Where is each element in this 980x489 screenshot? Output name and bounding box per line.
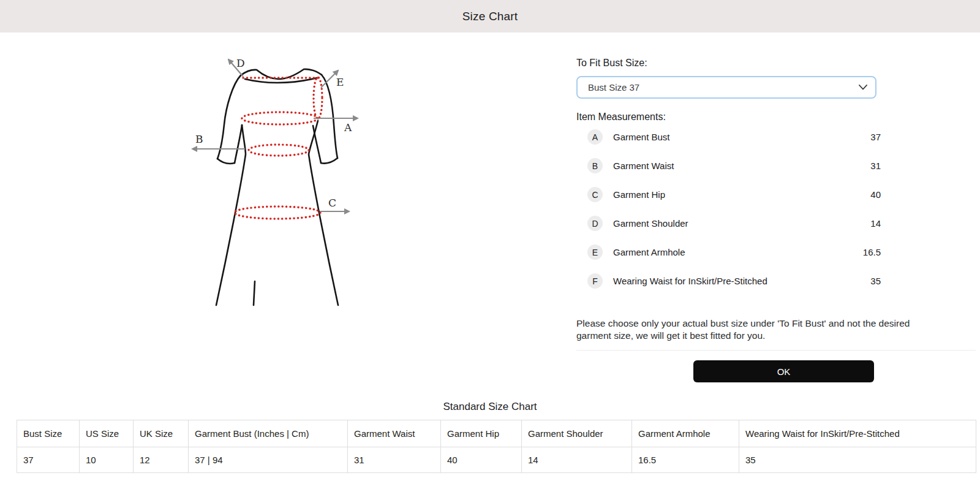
- measurement-label: Garment Waist: [613, 161, 674, 171]
- measurement-row: A Garment Bust 37: [576, 123, 881, 151]
- cell-uk-size: 12: [134, 447, 189, 473]
- column-header: Garment Shoulder: [522, 420, 632, 447]
- cell-garment-shoulder: 14: [522, 447, 632, 473]
- measurement-value: 40: [870, 189, 881, 200]
- cell-garment-bust: 37 | 94: [189, 447, 348, 473]
- cell-us-size: 10: [80, 447, 134, 473]
- measurement-badge: B: [587, 158, 603, 173]
- dress-measurement-diagram: D E A B C: [184, 52, 368, 382]
- divider: [576, 350, 976, 351]
- column-header: Wearing Waist for InSkirt/Pre-Stitched: [739, 420, 976, 447]
- measurement-row: E Garment Armhole 16.5: [576, 238, 881, 267]
- measurement-value: 31: [870, 161, 881, 171]
- bust-dotted-ellipse: [242, 112, 318, 124]
- measurement-badge: D: [587, 216, 603, 231]
- measurement-badge: C: [587, 187, 603, 202]
- measurement-row: B Garment Waist 31: [576, 151, 881, 180]
- cell-garment-waist: 31: [348, 447, 441, 473]
- fit-note: Please choose only your actual bust size…: [576, 317, 929, 341]
- measurement-label: Garment Bust: [613, 132, 670, 142]
- chevron-down-icon: [859, 85, 867, 90]
- dress-diagram-svg: D E A B C: [184, 52, 368, 309]
- measurement-value: 35: [870, 276, 881, 286]
- measurement-badge: E: [587, 245, 603, 260]
- measurement-label: Wearing Waist for InSkirt/Pre-Stitched: [613, 276, 767, 286]
- dress-outline: [216, 69, 338, 305]
- header-bar: Size Chart: [0, 0, 980, 32]
- label-a: A: [344, 121, 352, 134]
- label-e: E: [336, 76, 344, 88]
- armhole-dotted-loop: [314, 77, 322, 119]
- item-measurements-heading: Item Measurements:: [576, 112, 976, 123]
- column-header: US Size: [80, 420, 134, 447]
- column-header: Garment Waist: [348, 420, 441, 447]
- page-title: Size Chart: [462, 10, 518, 23]
- label-b: B: [195, 133, 203, 145]
- bust-size-selected-value: Bust Size 37: [588, 82, 639, 93]
- column-header: Bust Size: [17, 420, 80, 447]
- bust-size-select[interactable]: Bust Size 37: [576, 76, 876, 99]
- measurement-row: D Garment Shoulder 14: [576, 209, 881, 238]
- size-chart-page: Size Chart: [0, 0, 980, 473]
- measurement-label: Garment Hip: [613, 189, 665, 200]
- measurement-label: Garment Shoulder: [613, 218, 688, 229]
- measurement-badge: F: [587, 273, 603, 289]
- measurement-row: C Garment Hip 40: [576, 180, 881, 209]
- measurement-value: 16.5: [863, 247, 881, 257]
- column-header: Garment Bust (Inches | Cm): [189, 420, 348, 447]
- measurement-arrows: D E A B C: [192, 57, 358, 211]
- measurement-marks: [235, 77, 322, 219]
- label-c: C: [328, 197, 336, 209]
- cell-garment-armhole: 16.5: [632, 447, 739, 473]
- cell-garment-hip: 40: [441, 447, 522, 473]
- column-header: Garment Armhole: [632, 420, 739, 447]
- measurement-list: A Garment Bust 37 B Garment Waist 31 C G…: [576, 123, 881, 295]
- cell-bust-size: 37: [17, 447, 80, 473]
- waist-dotted-ellipse: [249, 145, 309, 156]
- measurement-row: F Wearing Waist for InSkirt/Pre-Stitched…: [576, 267, 881, 295]
- to-fit-bust-label: To Fit Bust Size:: [576, 58, 976, 69]
- measurement-value: 37: [870, 132, 881, 142]
- arrow-e: [321, 70, 338, 88]
- cell-wearing-waist: 35: [739, 447, 976, 473]
- hip-dotted-ellipse: [235, 207, 320, 219]
- column-header: UK Size: [134, 420, 189, 447]
- label-d: D: [236, 57, 245, 69]
- measurement-value: 14: [870, 218, 881, 229]
- size-chart-title: Standard Size Chart: [0, 401, 980, 413]
- column-header: Garment Hip: [441, 420, 522, 447]
- ok-button[interactable]: OK: [693, 360, 874, 382]
- size-chart-data-row: 37 10 12 37 | 94 31 40 14 16.5 35: [17, 447, 976, 473]
- measurement-badge: A: [587, 129, 603, 145]
- size-chart-header-row: Bust Size US Size UK Size Garment Bust (…: [17, 420, 976, 447]
- measurement-label: Garment Armhole: [613, 247, 685, 257]
- main-content: D E A B C To Fit Bust Size: Bust Size 37: [0, 32, 980, 382]
- size-chart-table: Bust Size US Size UK Size Garment Bust (…: [17, 420, 976, 473]
- fit-panel: To Fit Bust Size: Bust Size 37 Item Meas…: [576, 52, 976, 382]
